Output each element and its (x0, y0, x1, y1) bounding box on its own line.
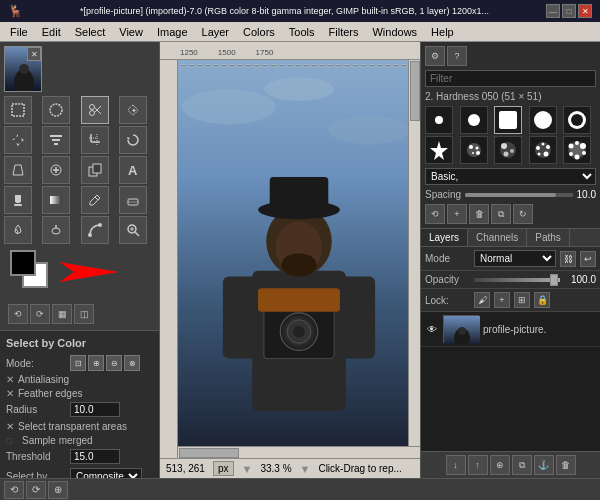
bottom-undo-button[interactable]: ⟲ (4, 481, 24, 499)
mode-replace[interactable]: ⊡ (70, 355, 86, 371)
canvas-image[interactable] (178, 60, 420, 458)
layer-row[interactable]: 👁 (421, 312, 600, 347)
image-thumbnail[interactable]: ✕ (4, 46, 42, 92)
brush-copy-icon[interactable]: ⧉ (491, 204, 511, 224)
lock-all-button[interactable]: 🔒 (534, 292, 550, 308)
tab-layers[interactable]: Layers (421, 229, 468, 246)
tool-zoom[interactable] (119, 216, 147, 244)
brush-item-6[interactable] (425, 136, 453, 164)
layers-mode-dropdown[interactable]: Normal Multiply Screen (474, 250, 556, 267)
brush-delete-icon[interactable]: 🗑 (469, 204, 489, 224)
layers-chain-icon[interactable]: ⛓ (560, 251, 576, 267)
tool-smudge[interactable] (4, 216, 32, 244)
layer-move-up-button[interactable]: ↑ (468, 455, 488, 475)
vertical-scrollbar-thumb[interactable] (410, 61, 420, 121)
layers-lock-chain-icon[interactable]: ↩ (580, 251, 596, 267)
bottom-zoom-button[interactable]: ⊕ (48, 481, 68, 499)
menu-tools[interactable]: Tools (283, 24, 321, 40)
view-icon[interactable]: ◫ (74, 304, 94, 324)
tool-rect-select[interactable] (4, 96, 32, 124)
tool-eraser[interactable] (119, 186, 147, 214)
menu-colors[interactable]: Colors (237, 24, 281, 40)
layer-duplicate-button[interactable]: ⧉ (512, 455, 532, 475)
bottom-redo-button[interactable]: ⟳ (26, 481, 46, 499)
menu-image[interactable]: Image (151, 24, 194, 40)
menu-view[interactable]: View (113, 24, 149, 40)
threshold-input[interactable] (70, 449, 120, 464)
tool-perspective[interactable] (4, 156, 32, 184)
tool-dodge-burn[interactable] (42, 216, 70, 244)
select-by-dropdown[interactable]: Composite Red Green Blue (70, 468, 142, 478)
spacing-value: 10.0 (577, 189, 596, 200)
undo-icon[interactable]: ⟲ (8, 304, 28, 324)
radius-input[interactable] (70, 402, 120, 417)
brush-help-icon[interactable]: ? (447, 46, 467, 66)
brush-gear-icon[interactable]: ⚙ (425, 46, 445, 66)
tool-move[interactable] (4, 126, 32, 154)
maximize-button[interactable]: □ (562, 4, 576, 18)
tool-bucket-fill[interactable] (4, 186, 32, 214)
brush-filter-input[interactable] (425, 70, 596, 87)
opacity-slider[interactable] (474, 278, 560, 282)
tool-pencil[interactable] (81, 186, 109, 214)
foreground-color[interactable] (10, 250, 36, 276)
brush-item-7[interactable] (460, 136, 488, 164)
tool-text[interactable]: A (119, 156, 147, 184)
brush-item-5[interactable] (563, 106, 591, 134)
layer-add-button[interactable]: ⊕ (490, 455, 510, 475)
grid-icon[interactable]: ▦ (52, 304, 72, 324)
tool-crop[interactable] (81, 126, 109, 154)
spacing-row: Spacing 10.0 (425, 189, 596, 200)
menu-select[interactable]: Select (69, 24, 112, 40)
tool-fuzzy-select[interactable]: ✦ (119, 96, 147, 124)
menu-file[interactable]: File (4, 24, 34, 40)
horizontal-scrollbar[interactable] (178, 446, 420, 458)
layer-delete-button[interactable]: 🗑 (556, 455, 576, 475)
brush-item-2[interactable] (460, 106, 488, 134)
menu-windows[interactable]: Windows (366, 24, 423, 40)
horizontal-scrollbar-thumb[interactable] (179, 448, 239, 458)
canvas-content[interactable] (178, 60, 420, 458)
tool-heal[interactable] (42, 156, 70, 184)
layer-move-down-button[interactable]: ↓ (446, 455, 466, 475)
tool-path[interactable] (81, 216, 109, 244)
close-button[interactable]: ✕ (578, 4, 592, 18)
mode-add[interactable]: ⊕ (88, 355, 104, 371)
tool-gradient[interactable] (42, 186, 70, 214)
vertical-scrollbar[interactable] (408, 60, 420, 446)
tool-align[interactable] (42, 126, 70, 154)
tab-paths[interactable]: Paths (527, 229, 570, 246)
menu-help[interactable]: Help (425, 24, 460, 40)
opacity-slider-thumb[interactable] (550, 274, 558, 286)
brush-item-9[interactable] (529, 136, 557, 164)
brush-reset-icon[interactable]: ⟲ (425, 204, 445, 224)
tool-scissors[interactable] (81, 96, 109, 124)
brush-type-dropdown[interactable]: Basic, Fuzzy Softlight (425, 168, 596, 185)
tool-ellipse-select[interactable] (42, 96, 70, 124)
tool-clone[interactable] (81, 156, 109, 184)
unit-button[interactable]: px (213, 461, 234, 476)
menu-edit[interactable]: Edit (36, 24, 67, 40)
brush-item-1[interactable] (425, 106, 453, 134)
brush-item-8[interactable] (494, 136, 522, 164)
brush-add-icon[interactable]: + (447, 204, 467, 224)
lock-alpha-button[interactable]: ⊞ (514, 292, 530, 308)
tool-rotate[interactable] (119, 126, 147, 154)
menu-layer[interactable]: Layer (196, 24, 236, 40)
minimize-button[interactable]: — (546, 4, 560, 18)
redo-icon[interactable]: ⟳ (30, 304, 50, 324)
spacing-slider[interactable] (465, 193, 572, 197)
close-thumbnail-button[interactable]: ✕ (27, 47, 41, 61)
brush-item-3[interactable] (494, 106, 522, 134)
layer-visibility-icon[interactable]: 👁 (425, 322, 439, 336)
brush-item-10[interactable] (563, 136, 591, 164)
lock-position-button[interactable]: + (494, 292, 510, 308)
tab-channels[interactable]: Channels (468, 229, 527, 246)
lock-pixels-button[interactable]: 🖌 (474, 292, 490, 308)
menu-filters[interactable]: Filters (323, 24, 365, 40)
brush-item-4[interactable] (529, 106, 557, 134)
mode-intersect[interactable]: ⊗ (124, 355, 140, 371)
brush-refresh-icon[interactable]: ↻ (513, 204, 533, 224)
mode-subtract[interactable]: ⊖ (106, 355, 122, 371)
layer-anchor-button[interactable]: ⚓ (534, 455, 554, 475)
